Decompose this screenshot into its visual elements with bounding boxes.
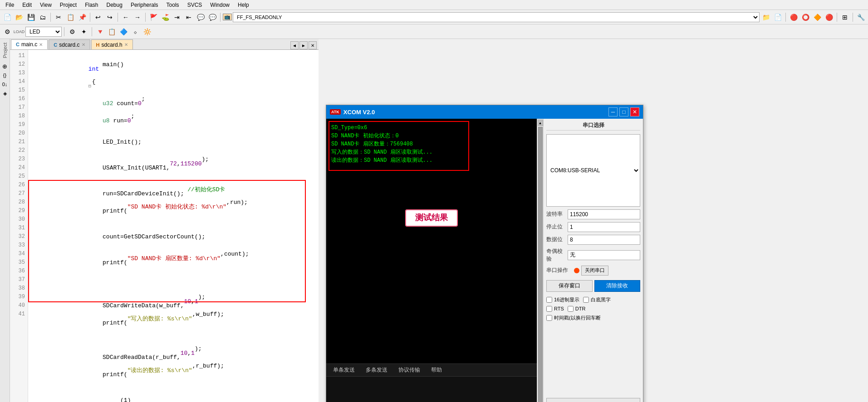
data-input[interactable] [568, 235, 640, 245]
redo-btn[interactable]: ↪ [104, 12, 115, 23]
download2-btn[interactable]: 📋 [106, 26, 117, 37]
menu-svcs[interactable]: SVCS [184, 1, 206, 9]
open-file-btn[interactable]: 📂 [14, 12, 25, 23]
xcom-close-btn[interactable]: ✕ [630, 107, 639, 116]
save-all-btn[interactable]: 🗂 [37, 12, 48, 23]
cb-hex-display[interactable] [546, 297, 552, 303]
cb-rts[interactable] [546, 306, 552, 312]
paste-btn[interactable]: 📌 [77, 12, 88, 23]
menu-file[interactable]: File [2, 1, 18, 9]
search2-btn[interactable]: ⭕ [800, 12, 811, 23]
menu-project[interactable]: Project [56, 1, 80, 9]
sidebar-icon4[interactable]: ◈ [3, 89, 7, 98]
translate-btn[interactable]: ⚙ [67, 26, 78, 37]
data-label: 数据位 [546, 236, 565, 243]
wand-btn[interactable]: ✦ [78, 26, 89, 37]
menu-debug[interactable]: Debug [103, 1, 126, 9]
baud-label: 波特率 [546, 210, 565, 218]
menu-tools[interactable]: Tools [163, 1, 183, 9]
outdent-btn[interactable]: ⇤ [183, 12, 194, 23]
search3-btn[interactable]: 🔶 [812, 12, 823, 23]
search1-btn[interactable]: 🔴 [788, 12, 799, 23]
search4-btn[interactable]: 🔴 [824, 12, 834, 23]
menu-window[interactable]: Window [206, 1, 233, 9]
menu-view[interactable]: View [36, 1, 55, 9]
browse-btn[interactable]: 📁 [760, 12, 771, 23]
load-btn[interactable]: LOAD [14, 26, 25, 37]
scroll-up-arrow[interactable]: ▲ [538, 120, 543, 126]
serial-tab-protocol[interactable]: 协议传输 [393, 364, 425, 376]
next-btn[interactable]: → [132, 12, 143, 23]
undo-btn[interactable]: ↩ [93, 12, 103, 23]
cb-dtr[interactable] [568, 306, 574, 312]
tab-close-sdcard-h[interactable]: ✕ [124, 42, 128, 47]
uncomment-btn[interactable]: 💬 [207, 12, 218, 23]
cb-timestamp[interactable] [546, 315, 552, 321]
serial-input-field[interactable] [326, 377, 537, 402]
save-btn[interactable]: 💾 [25, 12, 36, 23]
indent-btn[interactable]: ⇥ [172, 12, 182, 23]
menu-help[interactable]: Help [234, 1, 253, 9]
clear-recv-btn[interactable]: 清除接收 [594, 280, 641, 292]
cb-white-bg[interactable] [583, 297, 589, 303]
target-select[interactable]: LED [25, 27, 62, 37]
num-0-15: 0 [128, 116, 131, 125]
grid-btn[interactable]: ⊞ [839, 12, 850, 23]
code-lines[interactable]: int main() ⊟{ u32 count=0; u8 run=0; [28, 50, 319, 402]
bookmark2-btn[interactable]: ⛳ [160, 12, 171, 23]
xcom-minimize-btn[interactable]: ─ [608, 107, 618, 116]
sidebar-icon3[interactable]: 0↓ [2, 80, 8, 89]
sep2 [90, 13, 90, 22]
tab-close-main-c[interactable]: ✕ [39, 42, 43, 47]
sep7 [837, 13, 837, 22]
tab-icon-h1: H [96, 42, 100, 48]
stop-input[interactable] [568, 222, 640, 232]
xcom-maximize-btn[interactable]: □ [619, 107, 628, 116]
port-select[interactable]: COM8:USB-SERIAL [546, 134, 640, 207]
menu-flash[interactable]: Flash [81, 1, 102, 9]
sidebar-icon1[interactable]: ⊕ [2, 62, 7, 71]
menu-peripherals[interactable]: Peripherals [127, 1, 162, 9]
tab-close-sdcard-c[interactable]: ✕ [82, 42, 85, 47]
sep6 [785, 13, 786, 22]
sep5 [220, 13, 221, 22]
serial-tab-help[interactable]: 帮助 [426, 364, 447, 376]
code-line-26 [32, 284, 315, 293]
comment-btn[interactable]: 💬 [195, 12, 206, 23]
checkboxes-row: 16进制显示 白底黑字 [546, 296, 640, 303]
tab-scroll-left[interactable]: ◄ [290, 41, 299, 49]
port-close-btn[interactable]: 关闭串口 [581, 266, 608, 276]
tab-main-c[interactable]: C main.c ✕ [11, 39, 48, 49]
send-btn[interactable]: 发送 [546, 398, 640, 402]
type-u8-15: u8 [103, 116, 110, 125]
proj-settings-btn[interactable]: ⚙ [2, 26, 13, 37]
bookmark1-btn[interactable]: 🚩 [148, 12, 159, 23]
scroll-thumb[interactable] [538, 127, 543, 402]
serial-output-box: SD_Type=0x6 SD NAND卡 初始化状态：0 SD NAND卡 扇区… [329, 121, 469, 171]
settings-btn[interactable]: 🔧 [855, 12, 866, 23]
tab-sdcard-c[interactable]: C sdcard.c ✕ [49, 39, 90, 49]
tab-sdcard-h[interactable]: H sdcard.h ✕ [91, 39, 133, 49]
expert-btn[interactable]: 📄 [772, 12, 783, 23]
code-line-15: u8 run=0; [32, 112, 315, 129]
code-line-30 [32, 336, 315, 344]
prev-btn[interactable]: ← [120, 12, 131, 23]
menu-edit[interactable]: Edit [19, 1, 35, 9]
download4-btn[interactable]: ⬦ [130, 26, 141, 37]
serial-tab-multi[interactable]: 多条发送 [361, 364, 392, 376]
download3-btn[interactable]: 🔷 [118, 26, 129, 37]
tab-scroll-right[interactable]: ► [299, 41, 308, 49]
sidebar-icon2[interactable]: {} [3, 71, 6, 80]
save-window-btn[interactable]: 保存窗口 [546, 280, 593, 292]
tab-close-all[interactable]: ✕ [309, 41, 317, 49]
serial-tab-single[interactable]: 单条发送 [328, 364, 360, 376]
parity-input[interactable] [568, 250, 640, 260]
ff-fs-dropdown[interactable]: FF_FS_READONLY [233, 12, 760, 22]
download1-btn[interactable]: 🔻 [94, 26, 105, 37]
fold-13[interactable]: ⊟ [88, 82, 91, 91]
baud-input[interactable] [568, 209, 640, 219]
new-file-btn[interactable]: 📄 [2, 12, 13, 23]
copy-btn[interactable]: 📋 [65, 12, 76, 23]
cut-btn[interactable]: ✂ [53, 12, 64, 23]
download5-btn[interactable]: 🔆 [142, 26, 152, 37]
